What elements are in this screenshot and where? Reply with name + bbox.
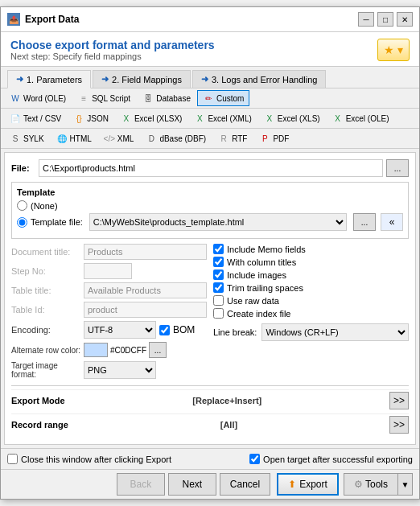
color-picker-button[interactable]: ... (149, 342, 167, 358)
file-input[interactable] (39, 159, 383, 177)
file-label: File: (11, 163, 35, 173)
record-range-button[interactable]: >> (389, 416, 409, 434)
format-text-label: Text / CSV (23, 114, 61, 123)
format-word-ole-label: Word (OLE) (23, 94, 66, 103)
text-icon: 📄 (10, 113, 21, 124)
format-custom[interactable]: ✏ Custom (197, 90, 249, 106)
line-break-select[interactable]: Windows (CR+LF) (261, 323, 409, 341)
window-controls: ─ □ ✕ (358, 12, 413, 27)
step-no-row: Step No: (11, 263, 207, 279)
star-button[interactable]: ★ ▾ (377, 39, 410, 61)
template-none-radio[interactable] (17, 200, 27, 211)
tab-logs-label: 3. Logs and Error Handling (212, 75, 317, 84)
close-after-label: Close this window after clicking Export (21, 455, 171, 464)
step-no-input[interactable] (84, 263, 132, 279)
close-after-row: Close this window after clicking Export (7, 454, 171, 464)
encoding-label: Encoding: (11, 325, 84, 335)
alt-row-color-controls: #C0DCFF ... (84, 342, 167, 358)
record-range-value: [All] (220, 420, 237, 430)
tab-logs[interactable]: ➜ 3. Logs and Error Handling (192, 70, 326, 88)
file-browse-button[interactable]: ... (386, 159, 409, 177)
line-break-row: Line break: Windows (CR+LF) (213, 323, 409, 341)
format-text-csv[interactable]: 📄 Text / CSV (4, 110, 67, 126)
format-json[interactable]: {} JSON (68, 110, 114, 126)
format-sql-script[interactable]: ≡ SQL Script (72, 90, 136, 106)
sql-icon: ≡ (78, 93, 89, 104)
format-pdf-label: PDF (273, 134, 289, 143)
col-titles-checkbox[interactable] (213, 257, 224, 267)
minimize-button[interactable]: ─ (358, 12, 374, 27)
trim-trailing-checkbox[interactable] (213, 282, 224, 293)
cancel-button[interactable]: Cancel (220, 473, 270, 496)
tab-parameters[interactable]: ➜ 1. Parameters (7, 70, 91, 88)
target-img-label: Target image format: (11, 361, 84, 379)
template-section: Template (None) Template file: C:\MyWebS… (11, 182, 409, 239)
include-memo-checkbox[interactable] (213, 244, 224, 254)
table-id-row: Table Id: (11, 302, 207, 318)
format-rtf[interactable]: R RTF (212, 130, 253, 146)
template-none-label: (None) (31, 201, 58, 211)
close-button[interactable]: ✕ (397, 12, 413, 27)
format-html[interactable]: 🌐 HTML (51, 130, 97, 146)
create-index-label: Create index file (227, 309, 291, 319)
format-json-label: JSON (87, 114, 109, 123)
format-excel-xls[interactable]: X Excel (XLS) (258, 110, 326, 126)
right-column: Include Memo fields With column titles I… (213, 244, 409, 382)
format-excel-xls-label: Excel (XLS) (278, 114, 320, 123)
encoding-select[interactable]: UTF-8 (84, 321, 156, 339)
format-dbase-label: dBase (DBF) (159, 134, 206, 143)
format-excel-xlsx[interactable]: X Excel (XLSX) (115, 110, 187, 126)
create-index-checkbox[interactable] (213, 308, 224, 319)
format-sylk[interactable]: S SYLK (4, 130, 50, 146)
tab-arrow-icon-2: ➜ (101, 74, 109, 84)
format-sql-label: SQL Script (92, 94, 130, 103)
next-button[interactable]: Next (168, 473, 216, 496)
target-img-select[interactable]: PNG (84, 361, 156, 379)
db-icon: 🗄 (142, 93, 154, 104)
tools-dropdown-button[interactable]: ▼ (398, 473, 413, 496)
format-xml[interactable]: </> XML (98, 130, 140, 146)
export-button[interactable]: ⬆ Export (277, 473, 339, 496)
format-xml-label: XML (117, 134, 134, 143)
format-rtf-label: RTF (232, 134, 247, 143)
tab-field-mappings[interactable]: ➜ 2. Field Mappings (93, 70, 191, 88)
table-title-input[interactable] (84, 282, 207, 298)
include-images-checkbox[interactable] (213, 269, 224, 280)
format-word-ole[interactable]: W Word (OLE) (4, 90, 72, 106)
header-title: Choose export format and parameters (10, 39, 215, 51)
format-excel-ole[interactable]: X Excel (OLE) (327, 110, 395, 126)
format-pdf[interactable]: P PDF (253, 130, 294, 146)
window-title: Export Data (25, 14, 358, 25)
encoding-row: Encoding: UTF-8 BOM (11, 321, 207, 339)
table-id-input[interactable] (84, 302, 207, 318)
template-collapse-button[interactable]: « (381, 213, 403, 231)
export-mode-row: Export Mode [Replace+Insert] >> (11, 389, 409, 411)
close-after-checkbox[interactable] (7, 454, 18, 464)
export-mode-button[interactable]: >> (389, 392, 409, 409)
alt-row-color-row: Alternate row color: #C0DCFF ... (11, 342, 207, 358)
bom-checkbox[interactable] (159, 325, 170, 335)
format-excel-xml[interactable]: X Excel (XML) (188, 110, 257, 126)
rtf-icon: R (218, 133, 229, 144)
color-value: #C0DCFF (110, 346, 146, 355)
back-button[interactable]: Back (117, 473, 165, 496)
create-index-row: Create index file (213, 308, 409, 319)
wizard-tabs: ➜ 1. Parameters ➜ 2. Field Mappings ➜ 3.… (1, 67, 419, 88)
format-sylk-label: SYLK (23, 134, 44, 143)
template-file-select[interactable]: C:\MyWebSite\products_template.html (89, 213, 347, 231)
open-target-label: Open target after successful exporting (263, 455, 413, 464)
header-subtitle: Next step: Specify field mappings (10, 51, 215, 61)
format-dbase[interactable]: D dBase (DBF) (140, 130, 212, 146)
line-break-label: Line break: (213, 327, 257, 337)
maximize-button[interactable]: □ (377, 12, 393, 27)
open-target-checkbox[interactable] (249, 454, 260, 464)
doc-title-input[interactable] (84, 244, 207, 260)
step-no-label: Step No: (11, 266, 84, 276)
template-file-radio[interactable] (17, 217, 27, 228)
template-browse-button[interactable]: ... (353, 213, 376, 231)
tools-button[interactable]: ⚙ Tools (344, 473, 398, 496)
use-raw-checkbox[interactable] (213, 295, 224, 306)
encoding-controls: UTF-8 BOM (84, 321, 195, 339)
format-database[interactable]: 🗄 Database (137, 90, 196, 106)
dbase-icon: D (146, 133, 157, 144)
